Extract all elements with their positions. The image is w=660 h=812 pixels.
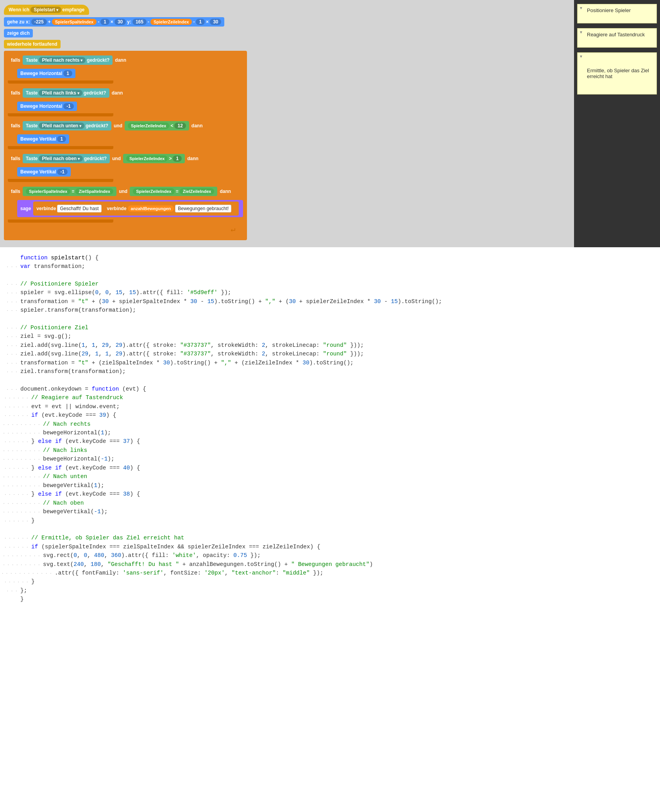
ziel-spalte-var[interactable]: ZielSpalteIndex — [75, 188, 113, 195]
code-line-25: · · · · · · } else if (evt.keyCode === 3… — [0, 490, 660, 498]
taste-block1[interactable]: Taste Pfeil nach rechts gedrückt? — [23, 55, 113, 65]
code-line-26: · · · · · · · · · // Nach oben — [0, 499, 660, 507]
spieler-spalte-var5[interactable]: SpielerSpalteIndex — [26, 188, 70, 195]
val30-1[interactable]: 30 — [114, 19, 126, 25]
code-text-1: function spielstart() { — [20, 253, 660, 262]
beweg-vert-1-block[interactable]: Bewege Vertikal 1 — [17, 134, 69, 144]
beweg-vert-m1-row: Bewege Vertikal -1 — [17, 167, 243, 177]
arrow-icon: ↵ — [231, 224, 235, 234]
code-text-7: // Positioniere Ziel — [20, 323, 660, 332]
goto-xy-block[interactable]: gehe zu x: -225 + SpielerSpalteIndex - 1… — [4, 17, 224, 27]
code-line-1: function spielstart() { — [0, 253, 660, 262]
val-m1-horiz[interactable]: -1 — [63, 103, 74, 109]
dots-32: · · · · · · · · · — [0, 562, 43, 568]
pfeil-rechts-dropdown[interactable]: Pfeil nach rechts — [39, 57, 86, 63]
if5-row: falls SpielerSpalteIndex = ZielSpalteInd… — [8, 185, 243, 198]
code-line-29: · · · · · · // Ermittle, ob Spieler das … — [0, 534, 660, 542]
repeat-forever-block[interactable]: wiederhole fortlaufend — [4, 40, 61, 48]
gedrueckt3: gedrückt? — [86, 123, 108, 128]
val1-2[interactable]: 1 — [196, 19, 205, 25]
val12-input[interactable]: 12 — [174, 123, 186, 129]
dots-19: · · · · · · — [0, 439, 31, 445]
spielstart-dropdown[interactable]: Spielstart — [30, 7, 61, 13]
spieler-zeile-var[interactable]: SpielerZeileIndex — [150, 19, 192, 25]
ziel-zeile-var[interactable]: ZielZeileIndex — [180, 188, 215, 195]
code-text-18: bewegeHorizontal(1); — [43, 428, 660, 437]
comment-box-2[interactable]: Reagiere auf Tastendruck — [577, 28, 657, 48]
val165-input[interactable]: 165 — [132, 19, 147, 25]
code-text-9: ziel.add(svg.line(1, 1, 29, 29).attr({ s… — [20, 341, 660, 350]
arrow-row: ↵ — [8, 224, 243, 234]
zeile-lt-block[interactable]: SpielerZeileIndex < 12 — [125, 121, 189, 130]
say-block[interactable]: sage verbinde Geschafft! Du hast verbind… — [17, 200, 243, 217]
comment-box-3[interactable]: Ermittle, ob Spieler das Ziel erreicht h… — [577, 52, 657, 95]
bewegungen-input[interactable]: Bewegungen gebraucht! — [175, 205, 231, 212]
code-text-15: evt = evt || window.event; — [31, 402, 660, 411]
code-text-34: } — [31, 577, 660, 586]
taste-block3[interactable]: Taste Pfeil nach unten gedrückt? — [23, 121, 111, 130]
if1-block[interactable]: falls Taste Pfeil nach rechts gedrückt? … — [8, 54, 129, 66]
spieler-zeile-var4[interactable]: SpielerZeileIndex — [126, 155, 168, 162]
empty-line-2 — [0, 315, 660, 323]
goto-xy-row: gehe zu x: -225 + SpielerSpalteIndex - 1… — [4, 17, 570, 27]
code-line-17: · · · · · · · · · // Nach rechts — [0, 420, 660, 428]
dann5: dann — [220, 189, 231, 194]
sidebar-comments: Positioniere Spieler Reagiere auf Tasten… — [574, 0, 660, 247]
verbinde1-block[interactable]: verbinde Geschafft! Du hast verbinde anz… — [33, 202, 239, 216]
val1-vert[interactable]: 1 — [57, 136, 66, 142]
val1-input[interactable]: 1 — [100, 19, 109, 25]
spieler-zeile-var5[interactable]: SpielerZeileIndex — [133, 188, 174, 195]
code-line-35: · · · }; — [0, 586, 660, 595]
dots-27: · · · · · · · · · — [0, 509, 43, 516]
zeile-gt-block[interactable]: SpielerZeileIndex > 1 — [123, 154, 185, 163]
beweg-horiz-m1-block[interactable]: Bewege Horizontal -1 — [17, 102, 77, 111]
code-text-20: // Nach links — [43, 446, 660, 455]
spieler-spalte-var[interactable]: SpielerSpalteIndex — [52, 19, 97, 25]
beweg-horiz-1-block[interactable]: Bewege Horizontal 1 — [17, 69, 75, 78]
dots-15: · · · · · · — [0, 404, 31, 410]
when-label: Wenn ich — [9, 7, 29, 12]
code-line-23: · · · · · · · · · // Nach unten — [0, 472, 660, 481]
spieler-zeile-var3[interactable]: SpielerZeileIndex — [128, 123, 169, 129]
val-m1-vert[interactable]: -1 — [57, 169, 68, 175]
if5-label: falls — [11, 189, 20, 194]
geschafft-input[interactable]: Geschafft! Du hast — [57, 205, 101, 212]
taste-block2[interactable]: Taste Pfeil nach links gedrückt? — [23, 88, 109, 98]
val1-horiz[interactable]: 1 — [63, 70, 72, 77]
code-line-6: · · · spieler.transform(transformation); — [0, 306, 660, 314]
spalte-eq-block[interactable]: SpielerSpalteIndex = ZielSpalteIndex — [23, 187, 116, 196]
comment-box-1[interactable]: Positioniere Spieler — [577, 4, 657, 23]
dots-10: · · · — [0, 351, 20, 358]
if4-block[interactable]: falls Taste Pfeil nach oben gedrückt? un… — [8, 152, 202, 165]
pfeil-unten-dropdown[interactable]: Pfeil nach unten — [39, 123, 84, 129]
code-text-31: svg.rect(0, 0, 480, 360).attr({ fill: 'w… — [43, 551, 660, 560]
code-text-19: } else if (evt.keyCode === 37) { — [31, 437, 660, 446]
code-line-2: · · · var transformation; — [0, 262, 660, 271]
neg225-input[interactable]: -225 — [31, 19, 47, 25]
zeile-eq-block[interactable]: SpielerZeileIndex = ZielZeileIndex — [130, 187, 217, 196]
code-line-19: · · · · · · } else if (evt.keyCode === 3… — [0, 437, 660, 446]
if5-block[interactable]: falls SpielerSpalteIndex = ZielSpalteInd… — [8, 185, 234, 198]
anzahl-var[interactable]: anzahlBewegungen — [128, 205, 174, 212]
val30-2[interactable]: 30 — [210, 19, 221, 25]
dots-35: · · · — [0, 588, 20, 594]
taste-block4[interactable]: Taste Pfeil nach oben gedrückt? — [23, 154, 110, 163]
pfeil-links-dropdown[interactable]: Pfeil nach links — [39, 90, 82, 96]
if1-label: falls — [11, 57, 20, 63]
empfange-label: empfange — [63, 7, 85, 12]
pfeil-oben-dropdown[interactable]: Pfeil nach oben — [39, 155, 82, 162]
code-line-14: · · · · · · // Reagiere auf Tastendruck — [0, 393, 660, 402]
dann2: dann — [112, 90, 123, 96]
if3-block[interactable]: falls Taste Pfeil nach unten gedrückt? u… — [8, 120, 206, 132]
if2-block[interactable]: falls Taste Pfeil nach links gedrückt? d… — [8, 87, 126, 99]
beweg-vert-m1-block[interactable]: Bewege Vertikal -1 — [17, 167, 71, 177]
verbinde2-label: verbinde — [107, 206, 127, 211]
dann1: dann — [115, 57, 126, 63]
val1b-input[interactable]: 1 — [173, 155, 182, 162]
taste2: Taste — [26, 90, 38, 96]
verbinde2-block[interactable]: verbinde anzahlBewegungen Bewegungen geb… — [104, 203, 235, 214]
code-line-31: · · · · · · · · · svg.rect(0, 0, 480, 36… — [0, 551, 660, 560]
code-text-33: .attr({ fontFamily: 'sans-serif', fontSi… — [55, 569, 660, 577]
show-self-block[interactable]: zeige dich — [4, 29, 33, 37]
when-receive-block[interactable]: Wenn ich Spielstart empfange — [4, 5, 89, 15]
